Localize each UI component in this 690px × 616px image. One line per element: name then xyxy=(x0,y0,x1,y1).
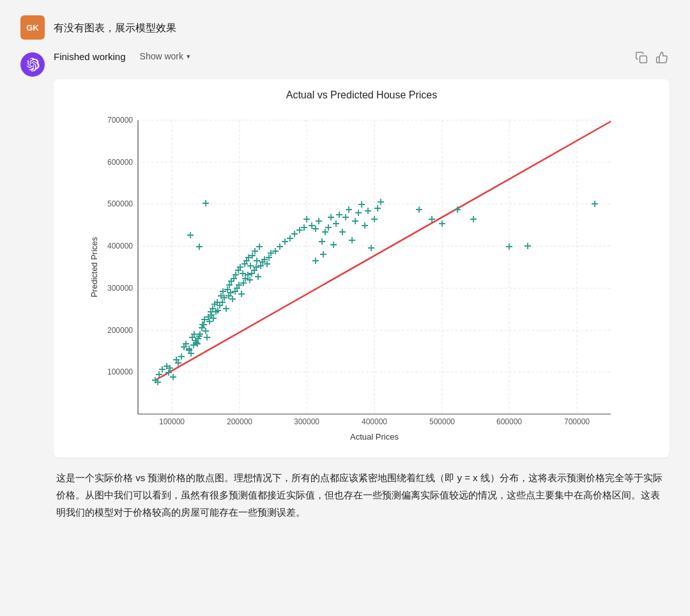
chart-svg-wrapper: 100000 200000 300000 400000 500000 60000… xyxy=(59,107,664,452)
chart-title: Actual vs Predicted House Prices xyxy=(59,89,664,101)
chart-container: Actual vs Predicted House Prices xyxy=(54,79,670,458)
show-work-button[interactable]: Show work ▾ xyxy=(136,50,194,63)
user-avatar: GK xyxy=(20,15,45,40)
finished-working-bar: Finished working Show work ▾ xyxy=(54,50,194,63)
svg-text:300000: 300000 xyxy=(107,284,133,293)
svg-text:100000: 100000 xyxy=(107,367,133,376)
page-wrapper: GK 有没有图表，展示模型效果 Finished working Show wo… xyxy=(0,0,690,616)
ai-response-row: Finished working Show work ▾ xyxy=(0,50,690,521)
svg-text:200000: 200000 xyxy=(227,417,252,426)
description-text: 这是一个实际价格 vs 预测价格的散点图。理想情况下，所有的点都应该紧密地围绕着… xyxy=(54,469,670,521)
svg-text:300000: 300000 xyxy=(294,417,319,426)
svg-text:400000: 400000 xyxy=(107,242,133,250)
svg-line-35 xyxy=(155,121,611,380)
svg-text:600000: 600000 xyxy=(496,417,522,426)
copy-button[interactable] xyxy=(634,50,649,67)
svg-text:Predicted Prices: Predicted Prices xyxy=(89,236,99,297)
finished-label: Finished working xyxy=(54,51,126,62)
ai-content: Finished working Show work ▾ xyxy=(54,50,670,521)
ai-avatar xyxy=(20,52,45,77)
svg-text:700000: 700000 xyxy=(564,417,590,426)
svg-text:Actual Prices: Actual Prices xyxy=(350,432,399,442)
thumbs-up-button[interactable] xyxy=(654,50,670,67)
show-work-label: Show work xyxy=(140,51,183,61)
svg-text:200000: 200000 xyxy=(107,326,133,335)
top-right-actions xyxy=(634,50,670,67)
chevron-down-icon: ▾ xyxy=(187,52,190,61)
svg-text:700000: 700000 xyxy=(107,116,133,125)
user-message-text: 有没有图表，展示模型效果 xyxy=(54,15,176,36)
ai-header-row: Finished working Show work ▾ xyxy=(54,50,670,72)
svg-text:500000: 500000 xyxy=(107,199,133,208)
user-message-row: GK 有没有图表，展示模型效果 xyxy=(0,0,690,50)
svg-text:100000: 100000 xyxy=(159,417,185,426)
svg-text:400000: 400000 xyxy=(362,417,387,426)
scatter-plot-svg: 100000 200000 300000 400000 500000 60000… xyxy=(87,107,636,452)
svg-text:500000: 500000 xyxy=(429,417,455,426)
svg-rect-0 xyxy=(640,56,647,63)
svg-text:600000: 600000 xyxy=(107,158,133,167)
